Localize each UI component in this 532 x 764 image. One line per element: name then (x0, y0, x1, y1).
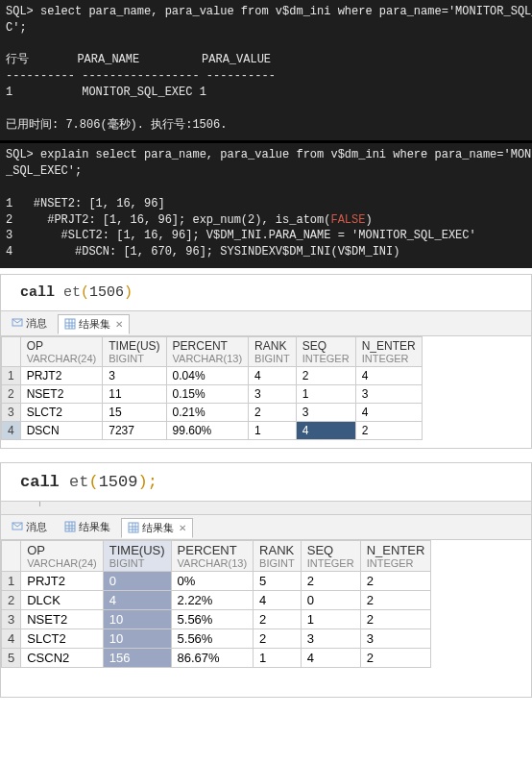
result-row: 1 MONITOR_SQL_EXEC 1 (6, 86, 206, 99)
explain-line-2: _SQL_EXEC'; (6, 164, 82, 178)
table-row[interactable]: 3 NSET2 10 5.56% 2 1 2 (2, 609, 431, 628)
table-row[interactable]: 1 PRJT2 0 0% 5 2 2 (2, 571, 431, 590)
plan-line-4: 4 #DSCN: [1, 670, 96]; SYSINDEXV$DM_INI(… (6, 245, 399, 259)
table-row[interactable]: 3 SLCT2 15 0.21% 2 3 4 (2, 403, 423, 421)
plan-line-1: 1 #NSET2: [1, 16, 96] (6, 197, 165, 210)
tab-resultset-2[interactable]: 结果集 ✕ (121, 518, 193, 538)
tab-messages[interactable]: 消息 (5, 313, 54, 333)
terminal-1: SQL> select para_name, para_value from v… (0, 0, 532, 140)
table-row[interactable]: 5 CSCN2 156 86.67% 1 4 2 (2, 648, 431, 667)
result-tabs-2: 消息 结果集 结果集 ✕ (1, 515, 531, 540)
result-sep: ---------- ----------------- ---------- (6, 69, 276, 83)
close-icon[interactable]: ✕ (179, 523, 186, 533)
sql-line-2: C'; (6, 21, 27, 35)
result-footer: 已用时间: 7.806(毫秒). 执行号:1506. (6, 118, 227, 132)
grid-icon (64, 318, 76, 330)
tab-messages[interactable]: 消息 (5, 517, 54, 537)
svg-rect-1 (65, 319, 75, 329)
messages-icon (12, 317, 23, 329)
plan-line-3: 3 #SLCT2: [1, 16, 96]; V$DM_INI.PARA_NAM… (6, 229, 476, 242)
result-grid-1[interactable]: OPVARCHAR(24) TIME(US)BIGINT PERCENTVARC… (1, 336, 423, 440)
plan-line-2: 2 #PRJT2: [1, 16, 96]; exp_num(2), is_at… (6, 213, 373, 227)
sql-editor-1[interactable]: call et(1506) (1, 275, 531, 311)
table-row[interactable]: 2 NSET2 11 0.15% 3 1 3 (2, 384, 423, 403)
tab-resultset[interactable]: 结果集 ✕ (58, 314, 130, 334)
terminal-2: SQL> explain select para_name, para_valu… (0, 143, 532, 268)
gui-block-1: call et(1506) 消息 结果集 ✕ OPVARCHAR(24) TIM… (0, 274, 532, 449)
svg-rect-4 (129, 523, 138, 532)
table-row[interactable]: 1 PRJT2 3 0.04% 4 2 4 (2, 366, 423, 384)
svg-rect-3 (65, 522, 75, 531)
grid-icon (128, 522, 139, 533)
result-tabs-1: 消息 结果集 ✕ (1, 311, 531, 336)
table-row[interactable]: 4 SLCT2 10 5.56% 2 3 3 (2, 628, 431, 648)
ruler (1, 502, 531, 515)
selected-cell[interactable]: 4 (296, 421, 355, 439)
tab-resultset-1[interactable]: 结果集 (58, 517, 117, 537)
keyword-call: call (20, 284, 55, 301)
close-icon[interactable]: ✕ (115, 319, 123, 330)
result-header: 行号 PARA_NAME PARA_VALUE (6, 53, 271, 66)
table-row[interactable]: 4 DSCN 7237 99.60% 1 4 2 (2, 421, 423, 439)
sql-line-1: SQL> select para_name, para_value from v… (6, 5, 532, 18)
explain-line-1: SQL> explain select para_name, para_valu… (6, 148, 532, 161)
messages-icon (12, 521, 23, 532)
sql-editor-2[interactable]: call et(1509); (1, 463, 531, 502)
grid-icon (64, 521, 76, 532)
table-row[interactable]: 2 DLCK 4 2.22% 4 0 2 (2, 590, 431, 609)
gui-block-2: call et(1509); 消息 结果集 结果集 ✕ OPVARCHAR(24… (0, 462, 532, 698)
result-grid-2[interactable]: OPVARCHAR(24) TIME(US)BIGINT PERCENTVARC… (1, 540, 431, 668)
keyword-call: call (20, 473, 60, 491)
